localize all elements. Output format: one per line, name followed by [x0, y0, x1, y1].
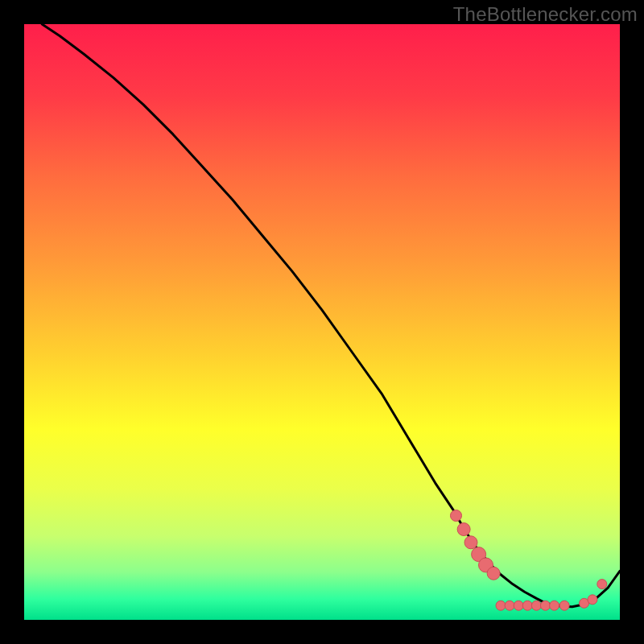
- data-marker: [541, 601, 551, 610]
- data-marker: [522, 601, 532, 610]
- data-marker: [514, 601, 523, 610]
- data-marker: [531, 601, 541, 610]
- watermark-label: TheBottlenecker.com: [453, 3, 638, 26]
- data-marker: [487, 567, 500, 580]
- data-marker: [464, 536, 477, 549]
- chart-frame: TheBottlenecker.com: [0, 0, 644, 644]
- data-marker: [496, 601, 506, 610]
- plot-area: [24, 24, 620, 620]
- data-marker: [457, 523, 470, 536]
- data-marker: [451, 510, 462, 522]
- data-marker: [559, 601, 569, 610]
- data-marker: [505, 601, 514, 610]
- data-marker: [550, 601, 559, 610]
- data-marker: [588, 595, 597, 605]
- data-marker: [597, 580, 607, 589]
- gradient-background: [24, 24, 620, 620]
- chart-svg: [24, 24, 620, 620]
